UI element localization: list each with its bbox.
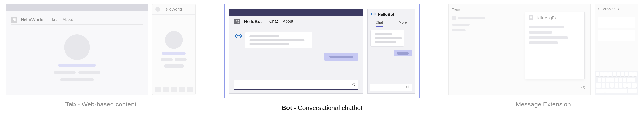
- ext-main: HelloMsgExt: [488, 4, 590, 94]
- tab-panel-row: HelloWorld Tab About: [6, 4, 196, 95]
- ext-mobile-header: ‹ HelloMsgExt: [595, 4, 638, 14]
- svg-rect-13: [532, 16, 532, 18]
- code-icon: [234, 32, 242, 40]
- bot-section: HelloBot Chat About: [224, 4, 420, 112]
- nav-item[interactable]: [179, 87, 184, 92]
- svg-point-11: [373, 14, 374, 14]
- svg-point-8: [238, 36, 238, 36]
- svg-rect-6: [236, 22, 237, 23]
- bot-mobile-name: HelloBot: [378, 12, 394, 17]
- app-icon: [529, 16, 533, 20]
- svg-rect-3: [14, 20, 16, 21]
- bot-caption: Bot - Conversational chatbot: [282, 104, 362, 112]
- avatar-placeholder: [64, 34, 90, 60]
- tab-item-more[interactable]: More: [399, 19, 407, 27]
- app-icon: [234, 18, 240, 24]
- svg-rect-2: [13, 20, 14, 21]
- svg-rect-12: [530, 16, 531, 18]
- caption-bold: Bot: [282, 104, 292, 112]
- list-item[interactable]: [452, 29, 485, 31]
- incoming-message: [234, 32, 358, 48]
- mobile-body: [152, 14, 195, 84]
- compose-box[interactable]: [491, 84, 587, 92]
- nav-item[interactable]: [171, 87, 176, 92]
- nav-item[interactable]: [163, 87, 169, 92]
- tab-item-chat[interactable]: Chat: [376, 19, 383, 27]
- tab-mobile-mockup: HelloWorld: [152, 4, 196, 95]
- list-item[interactable]: [452, 24, 485, 26]
- outgoing-message: [324, 53, 358, 61]
- ext-mobile-body: [595, 14, 638, 70]
- teams-sidebar: Teams: [449, 4, 488, 94]
- ext-panel-row: Teams HelloMsgExt: [448, 4, 638, 95]
- tab-body: HelloWorld Tab About: [6, 11, 148, 94]
- svg-rect-14: [530, 18, 531, 19]
- svg-rect-15: [532, 18, 532, 19]
- tab-section: HelloWorld Tab About: [6, 4, 196, 108]
- bot-mobile-mockup: HelloBot Chat More: [368, 9, 415, 94]
- list-item[interactable]: [452, 16, 485, 20]
- result-card[interactable]: [598, 17, 635, 28]
- avatar-placeholder: [165, 31, 183, 49]
- send-icon[interactable]: [581, 85, 585, 90]
- code-icon: [370, 11, 376, 18]
- svg-rect-7: [238, 22, 239, 23]
- nav-item[interactable]: [155, 87, 160, 92]
- svg-point-9: [239, 36, 240, 36]
- mobile-keyboard[interactable]: [595, 70, 638, 94]
- mobile-header: HelloWorld: [152, 4, 195, 14]
- send-icon[interactable]: [352, 82, 356, 87]
- nav-item[interactable]: [187, 87, 192, 92]
- text-row-placeholder: [54, 71, 100, 74]
- bot-mobile-tabs: Chat More: [368, 19, 415, 27]
- tab-item-about[interactable]: About: [283, 16, 293, 27]
- tab-item-chat[interactable]: Chat: [269, 16, 278, 27]
- mobile-title: HelloWorld: [162, 7, 182, 12]
- tab-item-tab[interactable]: Tab: [51, 15, 58, 24]
- ext-mobile-mockup: ‹ HelloMsgExt: [594, 4, 638, 95]
- title-placeholder: [58, 64, 96, 67]
- window-titlebar: [229, 9, 363, 16]
- tab-item-about[interactable]: About: [62, 15, 73, 24]
- message-bubble: [245, 32, 312, 48]
- ext-desktop-mockup: Teams HelloMsgExt: [448, 4, 591, 95]
- back-icon[interactable]: ‹: [598, 6, 599, 12]
- svg-rect-0: [13, 18, 14, 20]
- svg-rect-5: [238, 20, 239, 21]
- tab-content-placeholder: [11, 25, 143, 91]
- divider: [529, 23, 581, 23]
- compose-box[interactable]: [370, 84, 412, 92]
- app-name: HelloBot: [244, 19, 262, 24]
- app-icon: [11, 17, 17, 23]
- compose-box[interactable]: [234, 80, 358, 90]
- sidebar-title: Teams: [452, 8, 485, 12]
- tab-caption: Tab - Web-based content: [65, 101, 136, 108]
- ext-mobile-title: HelloMsgExt: [600, 7, 620, 11]
- svg-rect-1: [14, 18, 16, 20]
- caption-rest: - Conversational chatbot: [292, 104, 362, 112]
- bot-panel-row: HelloBot Chat About: [224, 4, 420, 98]
- outgoing-message: [394, 50, 412, 56]
- bot-tab-nav: Chat About: [269, 16, 293, 27]
- send-icon[interactable]: [405, 85, 410, 90]
- tab-nav: Tab About: [51, 15, 73, 24]
- ext-caption: Message Extension: [516, 101, 571, 108]
- mobile-bottom-nav: [152, 84, 195, 94]
- ext-section: Teams HelloMsgExt: [448, 4, 638, 108]
- bot-body: HelloBot Chat About: [229, 16, 363, 94]
- result-card[interactable]: [598, 30, 635, 41]
- caption-text: Message Extension: [516, 101, 571, 108]
- popup-title: HelloMsgExt: [535, 16, 558, 20]
- caption-rest: - Web-based content: [76, 101, 136, 108]
- popup-header: HelloMsgExt: [529, 16, 581, 20]
- message-bubble: [370, 30, 404, 46]
- bot-app-header: HelloBot Chat About: [234, 16, 358, 28]
- chat-area: [234, 28, 358, 94]
- window-titlebar: [6, 4, 148, 11]
- bot-desktop-mockup: HelloBot Chat About: [229, 9, 364, 94]
- svg-rect-4: [236, 20, 237, 21]
- tab-app-header: HelloWorld Tab About: [11, 15, 143, 25]
- app-name: HelloWorld: [21, 17, 44, 22]
- caption-bold: Tab: [65, 101, 76, 108]
- svg-point-10: [372, 14, 373, 14]
